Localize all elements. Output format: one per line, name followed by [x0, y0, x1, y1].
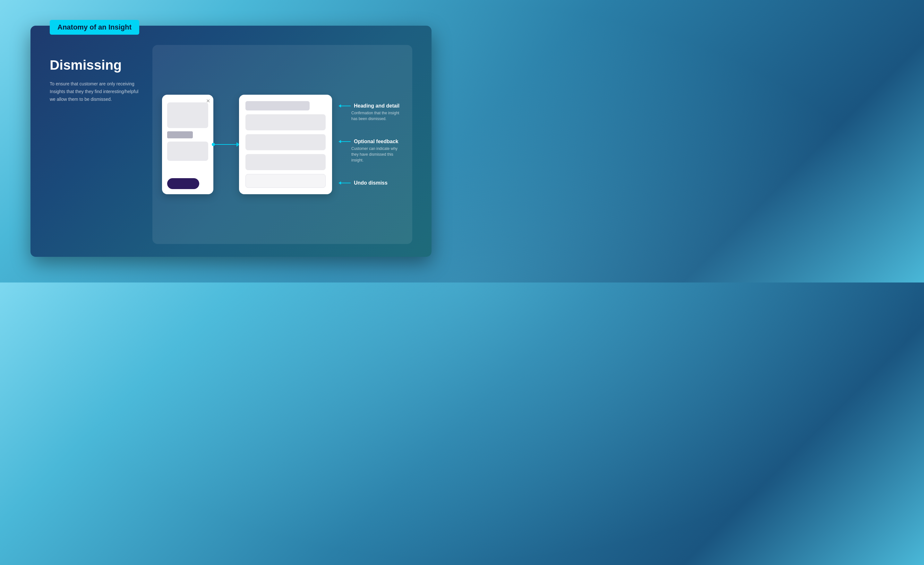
page-description: To ensure that customer are only receivi…: [50, 80, 140, 103]
arrowhead-feedback: [339, 140, 341, 143]
after-detail-block: [245, 114, 326, 130]
after-feedback-block-2: [245, 154, 326, 170]
arrowhead-heading: [339, 104, 341, 108]
arrowline-feedback: [341, 141, 351, 142]
annotation-undo-header: Undo dismiss: [339, 180, 403, 186]
diagram-section: ✕: [152, 45, 412, 244]
annotation-undo-arrow: [339, 181, 351, 185]
annotation-heading-header: Heading and detail: [339, 103, 403, 109]
annotation-heading-title: Heading and detail: [354, 103, 399, 109]
main-card: Anatomy of an Insight Dismissing To ensu…: [30, 26, 432, 257]
before-dismiss-button[interactable]: [167, 178, 199, 189]
mockups-container: ✕: [162, 95, 403, 194]
left-section: Dismissing To ensure that customer are o…: [50, 45, 140, 244]
before-content-block-2: [167, 141, 208, 161]
connector-line: [213, 144, 239, 145]
after-undo-block[interactable]: [245, 174, 326, 188]
annotation-feedback-title: Optional feedback: [354, 139, 399, 144]
arrowline-undo: [341, 183, 351, 183]
after-heading-block: [245, 101, 310, 110]
after-card: [239, 95, 332, 194]
header-tag: Anatomy of an Insight: [50, 20, 139, 35]
annotation-feedback-desc: Customer can indicate why they have dism…: [339, 146, 403, 163]
annotation-heading-arrow: [339, 104, 351, 108]
before-content-block-1: [167, 102, 208, 128]
arrowhead-undo: [339, 181, 341, 185]
annotation-feedback-arrow: [339, 140, 351, 143]
before-card: ✕: [162, 95, 213, 194]
content-area: Dismissing To ensure that customer are o…: [30, 26, 432, 257]
connector-dot: [212, 143, 215, 146]
page-title: Dismissing: [50, 58, 140, 72]
annotation-feedback: Optional feedback Customer can indicate …: [339, 139, 403, 163]
annotation-feedback-header: Optional feedback: [339, 139, 403, 144]
annotation-undo-title: Undo dismiss: [354, 180, 388, 186]
annotation-heading-desc: Confirmation that the insight has been d…: [339, 110, 403, 122]
annotation-heading: Heading and detail Confirmation that the…: [339, 103, 403, 122]
arrow-connector: [213, 144, 239, 145]
after-feedback-block-1: [245, 134, 326, 150]
annotation-undo: Undo dismiss: [339, 180, 403, 186]
before-cta-block: [167, 131, 193, 138]
close-icon[interactable]: ✕: [206, 98, 210, 104]
annotations-panel: Heading and detail Confirmation that the…: [332, 95, 403, 194]
arrowline-heading: [341, 106, 351, 106]
